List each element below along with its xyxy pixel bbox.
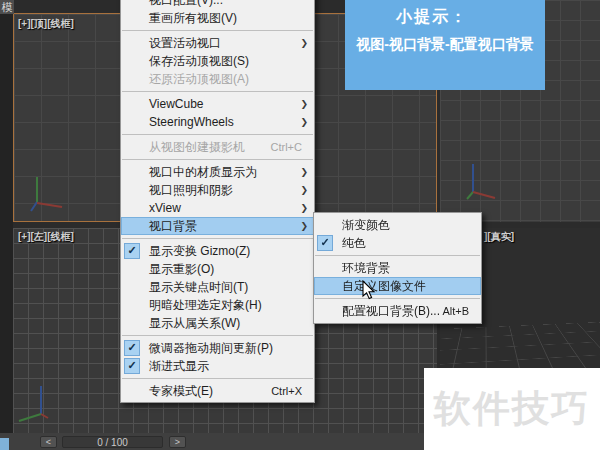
3dsmax-window: 模 [+][顶][线框] [+][左][线框] ][真实] 小提示： 视图-视口… [0, 0, 600, 450]
menu-item-viewcube[interactable]: ViewCube❯ [121, 95, 314, 113]
submenu-arrow-icon: ❯ [300, 203, 308, 213]
menu-item-gradient-color[interactable]: 渐变颜色 [314, 216, 481, 234]
menu-item-progressive-display[interactable]: ✓渐进式显示 [121, 357, 314, 375]
menu-item-update-during-spinner-drag[interactable]: ✓微调器拖动期间更新(P) [121, 339, 314, 357]
menu-item-show-transform-gizmo[interactable]: ✓显示变换 Gizmo(Z) [121, 242, 314, 260]
menu-item-label: 渐变颜色 [342, 217, 390, 234]
menu-separator [122, 91, 313, 92]
menu-separator [122, 30, 313, 31]
check-gutter [124, 114, 140, 130]
menu-item-environment-background[interactable]: 环境背景 [314, 259, 481, 277]
menu-separator [122, 159, 313, 160]
submenu-arrow-icon: ❯ [300, 185, 308, 195]
menu-separator [122, 238, 313, 239]
menu-item-save-active-top-view[interactable]: 保存活动顶视图(S) [121, 52, 314, 70]
menu-item-show-dependencies[interactable]: 显示从属关系(W) [121, 314, 314, 332]
shortcut-label: Alt+B [442, 305, 469, 317]
watermark-text: 软件技巧 [434, 384, 590, 434]
check-gutter [124, 53, 140, 69]
top-left-ui-fragment: 模 [0, 0, 14, 14]
check-gutter [124, 71, 140, 87]
menu-item-shade-selected[interactable]: 明暗处理选定对象(H) [121, 296, 314, 314]
menu-item-viewport-background[interactable]: 视口背景❯ [121, 217, 314, 235]
shortcut-label: Ctrl+C [271, 141, 302, 153]
menu-item-create-camera-from-view: 从视图创建摄影机Ctrl+C [121, 138, 314, 156]
check-gutter [124, 96, 140, 112]
viewport-background-submenu: 渐变颜色✓纯色环境背景自定义图像文件配置视口背景(B)...Alt+B [313, 212, 482, 324]
menu-item-label: 设置活动视口 [149, 35, 221, 52]
menu-item-set-active-viewport[interactable]: 设置活动视口❯ [121, 34, 314, 52]
menu-item-label: 视口背景 [149, 218, 197, 235]
tip-title: 小提示： [345, 7, 545, 28]
menu-item-restore-active-top-view: 还原活动顶视图(A) [121, 70, 314, 88]
menu-item-label: 显示从属关系(W) [149, 315, 240, 332]
menu-item-label: 显示重影(O) [149, 261, 214, 278]
submenu-arrow-icon: ❯ [300, 221, 308, 231]
check-gutter [124, 279, 140, 295]
menu-item-label: 显示变换 Gizmo(Z) [149, 243, 250, 260]
checkmark-icon: ✓ [317, 235, 333, 251]
check-gutter [124, 0, 140, 8]
check-gutter [317, 303, 333, 319]
menu-item-steeringwheels[interactable]: SteeringWheels❯ [121, 113, 314, 131]
menu-item-expert-mode[interactable]: 专家模式(E)Ctrl+X [121, 382, 314, 400]
submenu-arrow-icon: ❯ [300, 99, 308, 109]
menu-item-label: 专家模式(E) [149, 383, 213, 400]
menu-item-viewport-config[interactable]: 视口配置(V)... [121, 0, 314, 9]
menu-item-label: 配置视口背景(B)... [342, 303, 440, 320]
check-gutter [124, 261, 140, 277]
menu-item-label: 还原活动顶视图(A) [149, 71, 249, 88]
menu-item-label: 视口配置(V)... [149, 0, 223, 9]
timeline-corner-button[interactable] [0, 438, 9, 450]
checkmark-icon: ✓ [124, 243, 140, 259]
tip-box: 小提示： 视图-视口背景-配置视口背景 [345, 0, 545, 90]
check-gutter [124, 383, 140, 399]
menu-item-label: 渐进式显示 [149, 358, 209, 375]
menu-item-viewport-material-display[interactable]: 视口中的材质显示为❯ [121, 163, 314, 181]
menu-item-show-ghosting[interactable]: 显示重影(O) [121, 260, 314, 278]
left-toolbar-strip [0, 0, 13, 433]
checkmark-icon: ✓ [124, 340, 140, 356]
menu-separator [122, 335, 313, 336]
menu-item-label: 从视图创建摄影机 [149, 139, 245, 156]
menu-item-custom-image-file[interactable]: 自定义图像文件 [314, 277, 481, 295]
check-gutter [124, 297, 140, 313]
submenu-arrow-icon: ❯ [300, 167, 308, 177]
menu-separator [315, 298, 480, 299]
check-gutter [124, 200, 140, 216]
check-gutter [124, 218, 140, 234]
menu-item-redraw-all-views[interactable]: 重画所有视图(V) [121, 9, 314, 27]
menu-item-label: 纯色 [342, 235, 366, 252]
check-gutter [124, 139, 140, 155]
checkmark-icon: ✓ [124, 358, 140, 374]
tip-body: 视图-视口背景-配置视口背景 [345, 36, 545, 54]
menu-item-label: 保存活动顶视图(S) [149, 53, 249, 70]
check-gutter [124, 315, 140, 331]
menu-item-solid-color[interactable]: ✓纯色 [314, 234, 481, 252]
submenu-arrow-icon: ❯ [300, 117, 308, 127]
next-frame-button[interactable]: > [169, 436, 186, 448]
menu-separator [122, 134, 313, 135]
axis-tripod-icon [26, 174, 66, 218]
previous-frame-button[interactable]: < [40, 436, 57, 448]
menu-item-label: 重画所有视图(V) [149, 10, 237, 27]
menu-item-configure-viewport-background[interactable]: 配置视口背景(B)...Alt+B [314, 302, 481, 320]
menu-item-xview[interactable]: xView❯ [121, 199, 314, 217]
check-gutter [124, 10, 140, 26]
time-slider[interactable]: 0 / 100 [62, 436, 163, 448]
menu-item-label: 显示关键点时间(T) [149, 279, 248, 296]
menu-item-label: SteeringWheels [149, 115, 234, 129]
check-gutter [124, 35, 140, 51]
check-gutter [317, 278, 333, 294]
viewport-context-menu: 视口配置(V)...重画所有视图(V)设置活动视口❯保存活动顶视图(S)还原活动… [120, 0, 315, 403]
menu-item-label: ViewCube [149, 97, 203, 111]
menu-item-viewport-lighting-shadows[interactable]: 视口照明和阴影❯ [121, 181, 314, 199]
viewport-top-label[interactable]: [+][顶][线框] [18, 17, 74, 31]
viewport-left-label[interactable]: [+][左][线框] [18, 230, 74, 244]
viewport-perspective-label[interactable]: ][真实] [484, 230, 514, 244]
menu-item-show-key-times[interactable]: 显示关键点时间(T) [121, 278, 314, 296]
menu-item-label: xView [149, 201, 181, 215]
menu-separator [315, 255, 480, 256]
menu-separator [122, 378, 313, 379]
check-gutter [124, 182, 140, 198]
